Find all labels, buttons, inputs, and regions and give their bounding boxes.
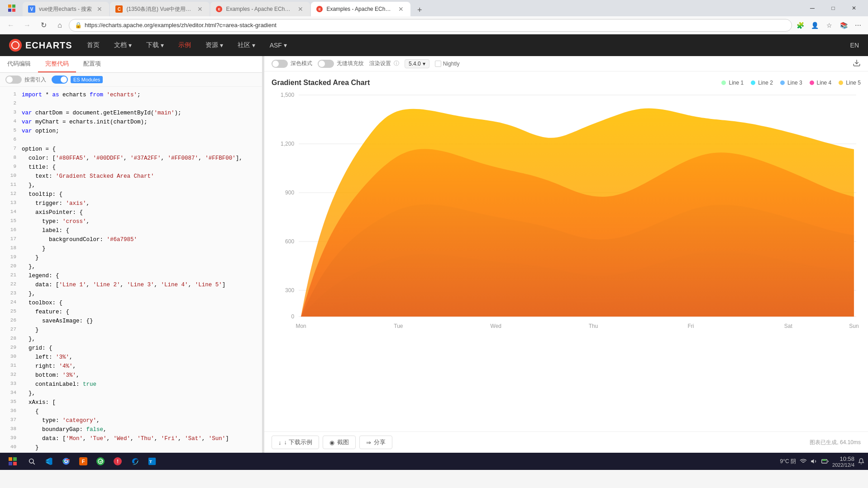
taskbar-app5[interactable]	[92, 453, 109, 469]
es-modules-switch[interactable]	[52, 76, 68, 84]
taskbar-chrome[interactable]	[58, 453, 74, 469]
download-icon: ↓	[278, 439, 281, 446]
favorites-icon[interactable]: ☆	[823, 19, 835, 32]
address-bar[interactable]: 🔒 https://echarts.apache.org/examples/zh…	[69, 19, 792, 32]
nav-docs[interactable]: 文档 ▾	[114, 39, 132, 51]
svg-text:300: 300	[285, 287, 294, 294]
on-demand-switch[interactable]	[5, 76, 22, 84]
on-demand-toggle[interactable]: 按需引入	[5, 76, 46, 84]
taskbar-app6[interactable]: !	[110, 453, 126, 469]
share-button[interactable]: ⇒ 分享	[359, 436, 392, 449]
tab-4-title: Examples - Apache ECharts	[326, 6, 393, 12]
code-line-17: 17 backgroundColor: '#6a7985'	[0, 235, 262, 244]
close-button[interactable]: ✕	[844, 0, 864, 16]
taskbar-right: 9°C 阴 10:58 2022/12/4	[780, 455, 864, 468]
tab-config[interactable]: 配置项	[76, 56, 108, 72]
tab-3-favicon: E	[216, 6, 222, 12]
extensions-icon[interactable]: 🧩	[794, 19, 806, 32]
code-line-20: 20 },	[0, 262, 262, 271]
tab-2-close[interactable]: ✕	[196, 5, 204, 13]
svg-text:1,500: 1,500	[281, 92, 294, 98]
back-button[interactable]: ←	[4, 18, 18, 33]
browser-tab-4[interactable]: E Examples - Apache ECharts ✕	[311, 2, 410, 16]
nav-home[interactable]: 首页	[87, 39, 100, 51]
chart-header: Gradient Stacked Area Chart Line 1 Line …	[272, 79, 861, 87]
browser-tab-3[interactable]: E Examples - Apache ECharts ✕	[210, 2, 310, 16]
nav-resources[interactable]: 资源 ▾	[205, 39, 223, 51]
forward-button[interactable]: →	[20, 18, 34, 33]
settings-info-icon: ⓘ	[394, 60, 399, 67]
maximize-button[interactable]: □	[823, 0, 844, 16]
dark-mode-switch[interactable]	[272, 60, 288, 68]
tab-1-close[interactable]: ✕	[95, 5, 104, 13]
code-line-33: 33 containLabel: true	[0, 380, 262, 389]
seamless-switch[interactable]	[318, 60, 334, 68]
nav-examples[interactable]: 示例	[178, 39, 191, 51]
nightly-checkbox[interactable]	[435, 61, 441, 67]
taskbar-app4[interactable]: F	[75, 453, 91, 469]
es-modules-toggle[interactable]: ES Modules	[52, 76, 103, 84]
chart-svg-area: 1,500 1,200 900 600 300 0	[272, 90, 861, 335]
svg-text:0: 0	[291, 313, 294, 320]
code-line-9: 9 title: {	[0, 163, 262, 172]
browser-tab-1[interactable]: V vue使用echarts - 搜索 ✕	[23, 2, 109, 16]
battery-icon	[821, 458, 829, 465]
code-line-11: 11 },	[0, 181, 262, 190]
legend-item-1[interactable]: Line 1	[721, 80, 744, 86]
home-button[interactable]: ⌂	[52, 18, 67, 33]
seamless-label: 无缝填充纹	[337, 60, 364, 67]
nav-download[interactable]: 下载 ▾	[146, 39, 164, 51]
minimize-button[interactable]: ─	[802, 0, 823, 16]
tab-3-close[interactable]: ✕	[296, 5, 305, 13]
svg-text:Fri: Fri	[687, 323, 694, 329]
chart-toolbar: 深色模式 无缝填充纹 渲染设置 ⓘ 5.4.0 ▾ Nightly	[264, 56, 868, 71]
code-editor[interactable]: 1 import * as echarts from 'echarts'; 2 …	[0, 87, 262, 453]
on-demand-label: 按需引入	[24, 76, 46, 84]
logo-text: ECHARTS	[25, 40, 72, 51]
dark-mode-toggle[interactable]: 深色模式	[272, 60, 312, 68]
legend-item-2[interactable]: Line 2	[751, 80, 773, 86]
tab-code-edit[interactable]: 代码编辑	[0, 56, 38, 72]
new-tab-button[interactable]: +	[413, 4, 426, 16]
legend-label-2: Line 2	[758, 80, 773, 86]
nav-community[interactable]: 社区 ▾	[238, 39, 255, 51]
svg-point-21	[29, 459, 33, 463]
screenshot-button[interactable]: ◉ 截图	[323, 436, 356, 449]
taskbar-vscode[interactable]	[41, 453, 57, 469]
code-line-14: 14 axisPointer: {	[0, 208, 262, 217]
taskbar-edge[interactable]	[127, 453, 143, 469]
code-line-24: 24 toolbox: {	[0, 298, 262, 308]
taskbar-search[interactable]	[24, 453, 40, 469]
start-button[interactable]	[4, 455, 22, 468]
download-chart-icon[interactable]	[853, 59, 861, 68]
code-line-12: 12 tooltip: {	[0, 190, 262, 199]
settings-icon[interactable]: ⋯	[852, 19, 864, 32]
main-content: 代码编辑 完整代码 配置项 按需引入 ES Modules 1 import *…	[0, 56, 868, 453]
notification-icon[interactable]	[858, 458, 864, 464]
lang-switch[interactable]: EN	[850, 42, 859, 49]
user-icon[interactable]: 👤	[808, 19, 821, 32]
tab-4-close[interactable]: ✕	[397, 5, 405, 13]
editor-panel: 代码编辑 完整代码 配置项 按需引入 ES Modules 1 import *…	[0, 56, 262, 453]
download-example-button[interactable]: ↓ ↓ 下载示例	[272, 436, 319, 449]
code-line-30: 30 left: '3%',	[0, 353, 262, 362]
chart-legend: Line 1 Line 2 Line 3 Line 4	[721, 80, 861, 86]
legend-item-3[interactable]: Line 3	[780, 80, 802, 86]
nightly-toggle[interactable]: Nightly	[435, 61, 460, 67]
reload-button[interactable]: ↻	[36, 18, 51, 33]
code-line-28: 28 },	[0, 335, 262, 344]
taskbar-vscode-2[interactable]: T	[144, 453, 160, 469]
render-settings[interactable]: 渲染设置 ⓘ	[369, 60, 399, 67]
browser-tab-2[interactable]: C (1350条消息) Vue中使用eCharts... ✕	[110, 2, 210, 16]
legend-item-4[interactable]: Line 4	[810, 80, 832, 86]
echarts-logo[interactable]: ECHARTS	[9, 39, 72, 52]
collections-icon[interactable]: 📚	[837, 19, 850, 32]
legend-dot-5	[839, 81, 843, 85]
version-selector[interactable]: 5.4.0 ▾	[405, 59, 429, 68]
nav-asf[interactable]: ASF ▾	[270, 40, 287, 51]
seamless-toggle[interactable]: 无缝填充纹	[318, 60, 364, 68]
code-line-34: 34 },	[0, 389, 262, 398]
legend-item-5[interactable]: Line 5	[839, 80, 861, 86]
tab-full-code[interactable]: 完整代码	[38, 56, 76, 72]
code-line-2: 2	[0, 99, 262, 109]
